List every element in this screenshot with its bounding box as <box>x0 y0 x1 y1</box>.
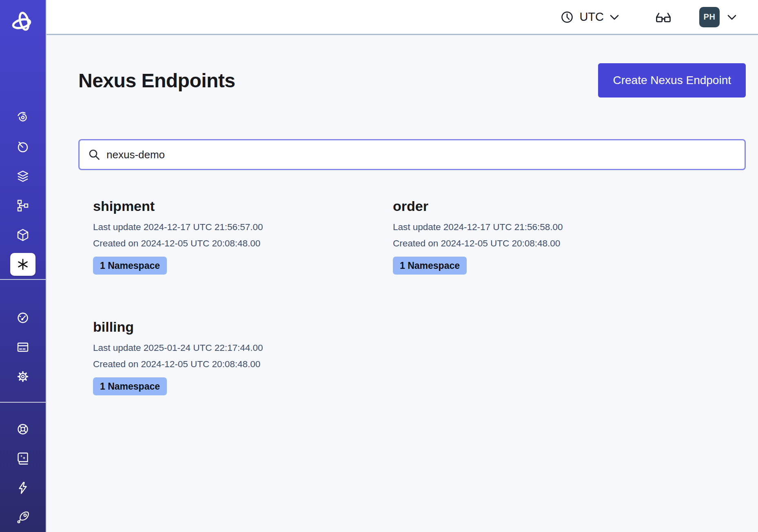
cube-icon <box>16 228 30 242</box>
namespace-badge: 1 Namespace <box>93 377 167 395</box>
endpoint-cards: shipment Last update 2024-12-17 UTC 21:5… <box>78 197 746 395</box>
branch-graph-icon <box>16 198 30 213</box>
timer-icon <box>16 140 30 154</box>
chevron-down-icon <box>609 13 620 21</box>
endpoint-created-on: Created on 2024-12-05 UTC 20:08:48.00 <box>393 235 746 252</box>
temporal-logo[interactable] <box>11 11 35 34</box>
lightning-icon <box>16 481 30 495</box>
temporal-logo-icon <box>11 11 35 34</box>
chevron-down-icon <box>726 13 738 21</box>
sidebar-item-eye-spiral[interactable] <box>10 106 35 129</box>
search-bar <box>78 139 746 170</box>
sidebar-item-layers[interactable] <box>10 165 35 188</box>
docs-book-icon <box>16 451 30 466</box>
rocket-icon <box>16 510 30 525</box>
avatar: PH <box>699 7 720 27</box>
endpoint-last-update: Last update 2024-12-17 UTC 21:56:58.00 <box>393 219 746 235</box>
sidebar-item-branch-graph[interactable] <box>10 194 35 217</box>
search-input[interactable] <box>106 149 736 161</box>
sidebar-item-nexus[interactable] <box>10 253 35 276</box>
eye-spiral-icon <box>16 110 30 125</box>
endpoint-name: order <box>393 197 746 215</box>
search-icon <box>88 148 101 161</box>
nexus-asterisk-icon <box>16 257 30 272</box>
endpoint-card-billing[interactable]: billing Last update 2025-01-24 UTC 22:17… <box>93 318 393 395</box>
sidebar-item-cube[interactable] <box>10 224 35 246</box>
sidebar-divider <box>0 279 46 280</box>
endpoint-last-update: Last update 2025-01-24 UTC 22:17:44.00 <box>93 340 393 356</box>
endpoint-card-shipment[interactable]: shipment Last update 2024-12-17 UTC 21:5… <box>93 197 393 275</box>
sidebar-nav-help <box>0 418 46 529</box>
sidebar-item-settings-gear[interactable] <box>10 365 35 388</box>
sidebar-item-billing-card[interactable] <box>10 336 35 359</box>
billing-card-icon <box>16 340 30 355</box>
timezone-selector[interactable]: UTC <box>560 10 620 24</box>
top-header: UTC PH <box>47 0 758 35</box>
endpoint-name: shipment <box>93 197 393 215</box>
endpoint-card-order[interactable]: order Last update 2024-12-17 UTC 21:56:5… <box>393 197 746 275</box>
lifebuoy-icon <box>16 422 30 437</box>
sidebar-nav-primary <box>0 106 46 276</box>
sidebar <box>0 0 47 532</box>
timezone-label: UTC <box>579 10 604 24</box>
gear-icon <box>16 369 30 384</box>
account-menu[interactable]: PH <box>699 7 738 27</box>
endpoint-last-update: Last update 2024-12-17 UTC 21:56:57.00 <box>93 219 393 235</box>
glasses-view-button[interactable] <box>654 10 672 24</box>
layers-icon <box>16 169 30 184</box>
namespace-badge: 1 Namespace <box>93 257 167 275</box>
clock-icon <box>560 10 574 24</box>
gauge-icon <box>16 310 30 325</box>
endpoint-created-on: Created on 2024-12-05 UTC 20:08:48.00 <box>93 356 393 372</box>
sidebar-item-rocket[interactable] <box>10 506 35 529</box>
sidebar-nav-account <box>0 306 46 388</box>
sidebar-divider <box>0 402 46 403</box>
page-title: Nexus Endpoints <box>78 69 235 92</box>
sidebar-item-gauge[interactable] <box>10 306 35 329</box>
endpoint-created-on: Created on 2024-12-05 UTC 20:08:48.00 <box>93 235 393 252</box>
sidebar-item-lightning[interactable] <box>10 477 35 499</box>
sidebar-item-docs-book[interactable] <box>10 447 35 470</box>
namespace-badge: 1 Namespace <box>393 257 467 275</box>
sidebar-item-support-lifebuoy[interactable] <box>10 418 35 441</box>
endpoint-name: billing <box>93 318 393 336</box>
main-content: Nexus Endpoints Create Nexus Endpoint sh… <box>47 35 758 532</box>
glasses-icon <box>654 10 672 24</box>
sidebar-item-timer[interactable] <box>10 135 35 158</box>
create-nexus-endpoint-button[interactable]: Create Nexus Endpoint <box>598 63 746 98</box>
